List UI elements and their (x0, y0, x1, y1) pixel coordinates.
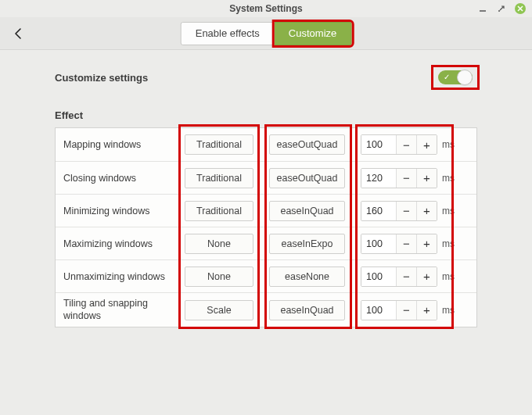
duration-input[interactable] (361, 202, 396, 220)
duration-input[interactable] (361, 267, 396, 286)
row-label: Closing windows (56, 168, 177, 188)
effects-table: Mapping windows Traditional easeOutQuad … (55, 127, 477, 327)
duration-spinner: − + ms (361, 168, 462, 188)
style-dropdown[interactable]: Traditional (185, 201, 253, 221)
tab-customize[interactable]: Customize (275, 22, 351, 45)
header-toolbar: Enable effects Customize (0, 17, 532, 50)
style-dropdown[interactable]: None (185, 234, 253, 254)
duration-spinner: − + ms (361, 201, 462, 221)
unit-label: ms (442, 271, 456, 282)
row-label: Minimizing windows (56, 201, 177, 221)
titlebar: System Settings (0, 0, 532, 17)
increment-button[interactable]: + (416, 267, 437, 286)
window-controls (477, 0, 526, 17)
unit-label: ms (442, 206, 456, 216)
table-row: Tiling and snapping windows Scale easeIn… (56, 292, 476, 327)
table-row: Unmaximizing windows None easeNone − + m… (56, 259, 476, 292)
duration-spinner: − + ms (361, 300, 462, 320)
style-dropdown[interactable]: Scale (185, 300, 253, 320)
duration-input[interactable] (361, 301, 396, 320)
duration-spinner: − + ms (361, 267, 462, 287)
table-row: Closing windows Traditional easeOutQuad … (56, 161, 476, 194)
effects-table-wrap: Mapping windows Traditional easeOutQuad … (55, 127, 477, 327)
close-icon[interactable] (515, 3, 526, 14)
easing-dropdown[interactable]: easeInQuad (269, 201, 345, 221)
minimize-icon[interactable] (477, 3, 488, 14)
customize-toggle-row: Customize settings ✓ (55, 67, 477, 88)
row-label: Unmaximizing windows (56, 267, 177, 287)
increment-button[interactable]: + (416, 135, 437, 154)
unit-label: ms (442, 238, 456, 249)
tab-enable-effects[interactable]: Enable effects (181, 22, 275, 45)
content-area: Customize settings ✓ Effect Mapping wind… (0, 50, 532, 327)
easing-dropdown[interactable]: easeOutQuad (269, 168, 345, 188)
easing-dropdown[interactable]: easeOutQuad (269, 134, 345, 155)
style-dropdown[interactable]: None (185, 267, 253, 287)
style-dropdown[interactable]: Traditional (185, 134, 253, 155)
table-row: Maximizing windows None easeInExpo − + m… (56, 227, 476, 259)
increment-button[interactable]: + (416, 169, 437, 188)
unit-label: ms (442, 305, 456, 316)
duration-spinner: − + ms (361, 234, 462, 254)
table-row: Mapping windows Traditional easeOutQuad … (56, 128, 476, 161)
unit-label: ms (442, 139, 456, 150)
row-label: Tiling and snapping windows (56, 293, 177, 327)
customize-toggle[interactable]: ✓ (433, 67, 477, 88)
maximize-icon[interactable] (496, 3, 507, 14)
decrement-button[interactable]: − (396, 135, 416, 154)
decrement-button[interactable]: − (396, 169, 416, 188)
window-title: System Settings (229, 3, 302, 14)
check-icon: ✓ (444, 73, 450, 81)
section-heading: Effect (55, 109, 477, 121)
increment-button[interactable]: + (416, 202, 437, 220)
easing-dropdown[interactable]: easeInQuad (269, 300, 345, 320)
increment-button[interactable]: + (416, 301, 437, 320)
toggle-knob (457, 70, 473, 85)
decrement-button[interactable]: − (396, 301, 416, 320)
duration-spinner: − + ms (361, 134, 462, 155)
tab-segment: Enable effects Customize (181, 22, 352, 45)
duration-input[interactable] (361, 234, 396, 253)
unit-label: ms (442, 173, 456, 184)
style-dropdown[interactable]: Traditional (185, 168, 253, 188)
decrement-button[interactable]: − (396, 267, 416, 286)
duration-input[interactable] (361, 169, 396, 188)
table-row: Minimizing windows Traditional easeInQua… (56, 194, 476, 227)
duration-input[interactable] (361, 135, 396, 154)
decrement-button[interactable]: − (396, 234, 416, 253)
svg-point-1 (498, 10, 500, 12)
easing-dropdown[interactable]: easeInExpo (269, 234, 345, 254)
customize-toggle-label: Customize settings (55, 72, 148, 84)
easing-dropdown[interactable]: easeNone (269, 267, 345, 287)
increment-button[interactable]: + (416, 234, 437, 253)
row-label: Mapping windows (56, 134, 177, 155)
decrement-button[interactable]: − (396, 202, 416, 220)
row-label: Maximizing windows (56, 234, 177, 254)
back-button[interactable] (8, 23, 30, 45)
